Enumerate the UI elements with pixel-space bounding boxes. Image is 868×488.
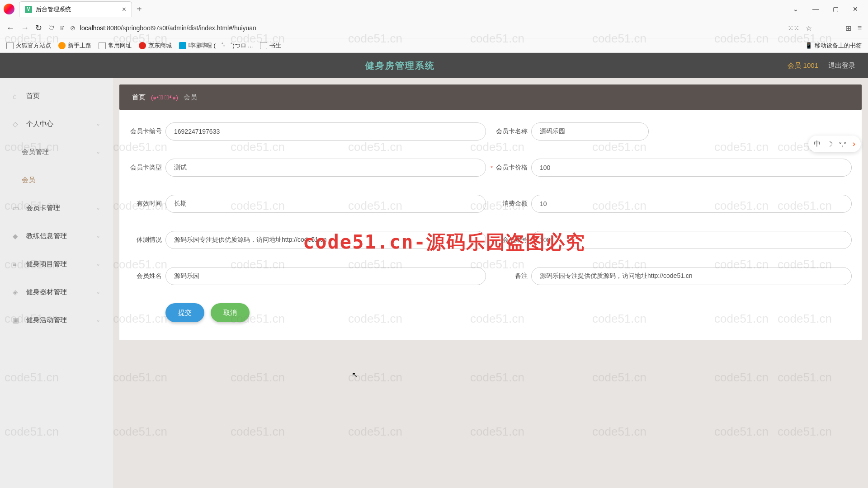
chevron-down-icon: ⌄ — [96, 261, 100, 267]
label-member-name: 会员姓名 — [129, 267, 162, 281]
input-card-no[interactable] — [165, 122, 486, 141]
bookmark-item[interactable]: 哔哩哔哩 ( ゜- ゜)つロ ... — [179, 42, 253, 50]
jd-icon — [139, 42, 146, 49]
label-account: 会员账号 — [495, 231, 528, 244]
sidebar-item-profile[interactable]: ◇个人中心⌄ — [0, 110, 113, 138]
reload-icon[interactable]: ↻ — [35, 23, 42, 33]
ime-lang[interactable]: 中 — [814, 140, 821, 148]
input-card-type[interactable] — [165, 159, 486, 177]
shield-icon: 🛡 — [48, 24, 55, 32]
folder-icon — [6, 42, 14, 49]
coach-icon: ◆ — [13, 232, 20, 239]
ime-toolbar[interactable]: 中 ☽ °,° › — [808, 136, 861, 152]
browser-chrome: V 后台管理系统 × + ⌄ — ▢ ✕ ← → ↻ 🛡 🗎 ⊘ localho… — [0, 0, 868, 53]
chevron-down-icon: ⌄ — [96, 317, 100, 323]
chevron-down-icon: ⌄ — [96, 121, 100, 127]
address-row: ← → ↻ 🛡 🗎 ⊘ localhost:8080/springboot97s… — [0, 18, 868, 38]
back-icon[interactable]: ← — [6, 23, 14, 33]
user-label: 会员 1001 — [788, 61, 818, 70]
sidebar-item-coach-mgmt[interactable]: ◆教练信息管理⌄ — [0, 222, 113, 250]
card-icon: ▭ — [13, 204, 20, 211]
address-bar[interactable]: 🛡 🗎 ⊘ localhost:8080/springboot97s0t/adm… — [48, 24, 781, 32]
label-card-price: 会员卡价格 — [495, 159, 528, 172]
form-panel: 会员卡编号 会员卡名称 会员卡类型 会员卡价格 — [119, 110, 862, 340]
chevron-down-icon: ⌄ — [96, 205, 100, 211]
cancel-button[interactable]: 取消 — [211, 303, 250, 322]
mobile-icon: 📱 — [805, 42, 812, 49]
maximize-icon[interactable]: ▢ — [831, 5, 840, 13]
folder-icon — [99, 42, 106, 49]
breadcrumb-home[interactable]: 首页 — [132, 93, 146, 102]
sidebar-item-member-mgmt[interactable]: 会员管理⌄ — [0, 138, 113, 166]
label-remark: 备注 — [495, 267, 528, 281]
logout-link[interactable]: 退出登录 — [828, 61, 855, 70]
bilibili-icon — [179, 42, 186, 49]
bookmark-item[interactable]: 书生 — [260, 42, 281, 50]
bookmark-item[interactable]: 火狐官方站点 — [6, 42, 51, 50]
permission-icon: ⊘ — [70, 24, 75, 32]
close-window-icon[interactable]: ✕ — [851, 5, 860, 13]
sidebar-item-activity-mgmt[interactable]: ▣健身活动管理⌄ — [0, 306, 113, 334]
chevron-down-icon[interactable]: ⌄ — [791, 5, 800, 13]
bookmark-item[interactable]: 常用网址 — [99, 42, 132, 50]
breadcrumb-current: 会员 — [184, 93, 197, 102]
browser-tab[interactable]: V 后台管理系统 × — [19, 1, 132, 17]
input-body-test[interactable] — [165, 231, 486, 249]
bookmarks-bar: 火狐官方站点 新手上路 常用网址 京东商城 哔哩哔哩 ( ゜- ゜)つロ ...… — [0, 38, 868, 52]
input-card-price[interactable] — [531, 159, 852, 177]
sidebar-item-member[interactable]: 会员 — [0, 166, 113, 194]
sidebar-item-card-mgmt[interactable]: ▭会员卡管理⌄ — [0, 194, 113, 222]
url-text: localhost:8080/springboot97s0t/admin/dis… — [80, 24, 256, 32]
minimize-icon[interactable]: — — [811, 5, 820, 13]
tab-close-icon[interactable]: × — [122, 5, 126, 14]
home-icon: ⌂ — [13, 92, 20, 99]
breadcrumb: 首页 (๑•॒̀ ູ॒•́๑) 会员 — [119, 84, 862, 110]
globe-icon — [58, 42, 66, 49]
label-valid-time: 有效时间 — [129, 195, 162, 208]
dots-icon[interactable]: °,° — [839, 140, 846, 148]
menu-icon[interactable]: ≡ — [858, 24, 862, 32]
input-consume[interactable] — [531, 195, 852, 213]
firefox-logo-icon — [4, 4, 14, 14]
new-tab-button[interactable]: + — [137, 4, 142, 14]
label-card-name: 会员卡名称 — [495, 122, 528, 136]
submit-button[interactable]: 提交 — [165, 303, 204, 322]
sidebar-item-project-mgmt[interactable]: ≡健身项目管理⌄ — [0, 250, 113, 278]
app-root: 健身房管理系统 会员 1001 退出登录 ⌂首页 ◇个人中心⌄ 会员管理⌄ 会员… — [0, 53, 868, 488]
moon-icon[interactable]: ☽ — [827, 140, 833, 148]
chevron-down-icon: ⌄ — [96, 233, 100, 239]
chevron-right-icon[interactable]: › — [853, 139, 855, 149]
folder-icon — [260, 42, 267, 49]
vue-icon: V — [25, 6, 32, 13]
input-member-name[interactable] — [165, 267, 486, 285]
qr-icon[interactable]: ⁙⁙ — [788, 24, 799, 33]
extensions-icon[interactable]: ⊞ — [845, 24, 851, 33]
main-content: 首页 (๑•॒̀ ູ॒•́๑) 会员 会员卡编号 会员卡名称 — [113, 78, 868, 488]
activity-icon: ▣ — [13, 316, 20, 324]
app-title: 健身房管理系统 — [13, 60, 788, 72]
input-valid-time[interactable] — [165, 195, 486, 213]
sidebar-item-equipment-mgmt[interactable]: ◈健身器材管理⌄ — [0, 278, 113, 306]
tab-title: 后台管理系统 — [36, 5, 71, 14]
mobile-bookmarks[interactable]: 📱移动设备上的书签 — [805, 42, 862, 50]
equipment-icon: ◈ — [13, 288, 20, 296]
input-account[interactable] — [531, 231, 852, 249]
bookmark-star-icon[interactable]: ☆ — [806, 24, 812, 33]
forward-icon[interactable]: → — [21, 23, 29, 33]
sidebar-item-home[interactable]: ⌂首页 — [0, 82, 113, 110]
input-remark[interactable] — [531, 267, 852, 285]
label-card-no: 会员卡编号 — [129, 122, 162, 136]
page-info-icon: 🗎 — [59, 24, 66, 32]
list-icon: ≡ — [13, 260, 20, 267]
app-header: 健身房管理系统 会员 1001 退出登录 — [0, 53, 868, 78]
input-card-name[interactable] — [531, 122, 649, 141]
bookmark-item[interactable]: 京东商城 — [139, 42, 172, 50]
label-body-test: 体测情况 — [129, 231, 162, 244]
sidebar: ⌂首页 ◇个人中心⌄ 会员管理⌄ 会员 ▭会员卡管理⌄ ◆教练信息管理⌄ ≡健身… — [0, 78, 113, 488]
window-controls: ⌄ — ▢ ✕ — [791, 5, 864, 13]
cursor-icon: ↖ — [352, 371, 358, 379]
bookmark-item[interactable]: 新手上路 — [58, 42, 91, 50]
label-consume: 消费金额 — [495, 195, 528, 208]
emoji-icon: (๑•॒̀ ູ॒•́๑) — [151, 93, 178, 102]
label-card-type: 会员卡类型 — [129, 159, 162, 172]
